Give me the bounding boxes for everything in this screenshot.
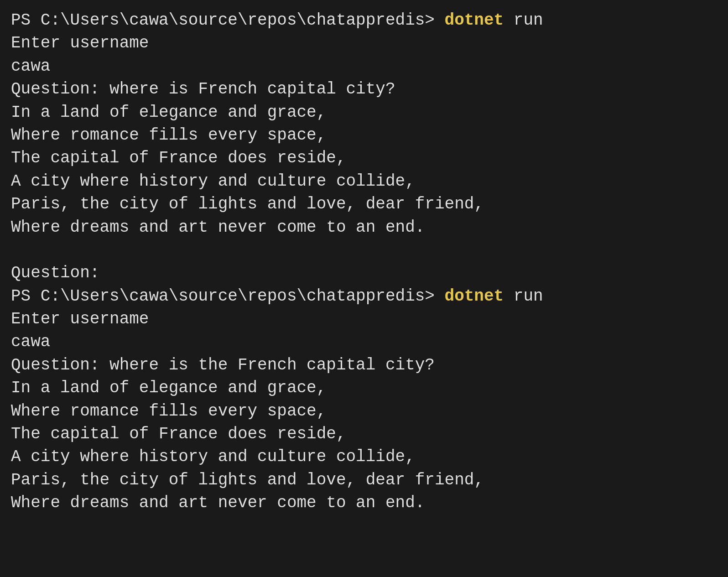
poem-line-1-5: Paris, the city of lights and love, dear… [11, 193, 717, 216]
username-value-2: cawa [11, 331, 717, 353]
enter-username-2: Enter username [11, 308, 717, 331]
poem-line-2-6: Where dreams and art never come to an en… [11, 492, 717, 515]
poem-line-1-6: Where dreams and art never come to an en… [11, 216, 717, 239]
question-empty-1: Question: [11, 262, 717, 285]
poem-line-2-2: Where romance fills every space, [11, 400, 717, 423]
poem-line-1-4: A city where history and culture collide… [11, 170, 717, 193]
session-2: PS C:\Users\cawa\source\repos\chatappred… [11, 285, 717, 515]
question-2: Question: where is the French capital ci… [11, 354, 717, 377]
enter-username-1: Enter username [11, 32, 717, 55]
poem-line-2-4: A city where history and culture collide… [11, 446, 717, 468]
username-value-1: cawa [11, 55, 717, 78]
dotnet-keyword-2: dotnet [445, 287, 504, 306]
prompt-line-1: PS C:\Users\cawa\source\repos\chatappred… [11, 9, 717, 32]
prompt-line-2: PS C:\Users\cawa\source\repos\chatappred… [11, 285, 717, 308]
question-1: Question: where is French capital city? [11, 78, 717, 101]
dotnet-keyword-1: dotnet [445, 11, 504, 30]
poem-line-1-3: The capital of France does reside, [11, 147, 717, 170]
poem-line-1-2: Where romance fills every space, [11, 124, 717, 147]
poem-line-2-1: In a land of elegance and grace, [11, 377, 717, 400]
poem-line-2-5: Paris, the city of lights and love, dear… [11, 469, 717, 492]
poem-line-1-1: In a land of elegance and grace, [11, 101, 717, 124]
poem-line-2-3: The capital of France does reside, [11, 423, 717, 446]
blank-line-1 [11, 239, 717, 262]
terminal-window: PS C:\Users\cawa\source\repos\chatappred… [11, 9, 717, 515]
session-1: PS C:\Users\cawa\source\repos\chatappred… [11, 9, 717, 285]
